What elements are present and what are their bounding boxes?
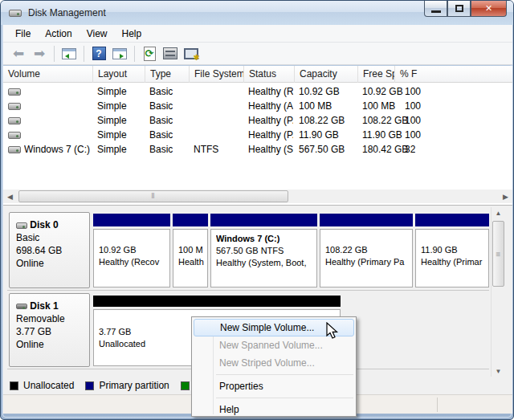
close-icon: ✕ <box>485 3 492 14</box>
hscroll-thumb[interactable] <box>18 190 288 202</box>
toolbar-separator <box>54 46 55 62</box>
volume-icon <box>8 146 21 153</box>
toolbar-separator <box>134 46 135 62</box>
refresh-icon[interactable]: ⟳ <box>141 45 158 63</box>
cell-status: Healthy (A... <box>248 100 293 112</box>
col-filesystem[interactable]: File System <box>190 66 244 83</box>
scroll-down-icon[interactable]: ▼ <box>492 365 505 377</box>
cell-capacity: 567.50 GB <box>299 144 345 155</box>
rescan-disks-icon[interactable] <box>161 45 179 63</box>
cell-status: Healthy (P... <box>248 115 293 126</box>
cell-layout: Simple <box>97 129 127 141</box>
cell-status: Healthy (P... <box>248 129 293 141</box>
partition-recovery[interactable]: 10.92 GB Healthy (Recov <box>93 214 170 287</box>
vertical-scrollbar[interactable]: ▲ ▼ <box>491 207 504 377</box>
unallocated-swatch <box>10 381 18 390</box>
disk-management-window: Disk Management ✕ File Action View Help … <box>0 0 514 420</box>
col-volume[interactable]: Volume <box>3 66 93 83</box>
disk1-type: Removable <box>16 312 89 325</box>
table-row[interactable]: Windows 7 (C:) Simple Basic NTFS Healthy… <box>3 142 512 157</box>
volume-icon <box>8 88 21 96</box>
minimize-button[interactable] <box>424 1 447 17</box>
scroll-up-icon[interactable]: ▲ <box>492 207 505 219</box>
disk0-label-panel[interactable]: Disk 0 Basic 698.64 GB Online <box>9 212 90 288</box>
disk1-status: Online <box>16 338 89 351</box>
toolbar: ⬅ ➡ ? ⟳ <box>3 43 512 65</box>
volume-icon <box>8 132 21 139</box>
cell-pct: 100 <box>405 100 421 112</box>
col-type[interactable]: Type <box>145 66 190 83</box>
back-icon[interactable]: ⬅ <box>10 45 27 63</box>
menu-item-new-striped-volume: New Striped Volume... <box>194 354 354 372</box>
menu-action[interactable]: Action <box>38 26 79 42</box>
col-capacity[interactable]: Capacity <box>295 66 358 83</box>
cell-pct: 100 <box>405 115 421 126</box>
cell-free: 180.42 GB <box>362 144 408 155</box>
scroll-left-icon[interactable]: ◀ <box>3 190 17 203</box>
device-settings-icon[interactable] <box>182 45 200 63</box>
cell-filesystem: NTFS <box>194 144 218 155</box>
volume-icon <box>8 117 21 124</box>
menu-separator <box>216 398 353 398</box>
menu-item-properties[interactable]: Properties <box>194 377 354 395</box>
menu-file[interactable]: File <box>8 26 38 42</box>
cell-layout: Simple <box>97 144 127 155</box>
scroll-right-icon[interactable]: ▶ <box>499 190 512 203</box>
disk0-status: Online <box>16 257 89 270</box>
statusbar-divider <box>437 398 438 412</box>
help-icon[interactable]: ? <box>90 45 108 63</box>
console-tree-icon[interactable] <box>60 45 78 63</box>
legend-primary-partition: Primary partition <box>85 380 169 391</box>
restore-icon <box>455 5 463 12</box>
partition-windows-c[interactable]: Windows 7 (C:) 567.50 GB NTFS Healthy (S… <box>210 214 317 287</box>
cell-free: 108.22 GB <box>362 115 408 126</box>
table-row[interactable]: Simple Basic Healthy (P... 11.90 GB 11.9… <box>3 128 512 142</box>
partition-system-reserved[interactable]: 100 M Health <box>173 214 208 287</box>
col-pctfree[interactable]: % F <box>395 66 512 83</box>
table-row[interactable]: Simple Basic Healthy (A... 100 MB 100 MB… <box>3 99 512 113</box>
cell-free: 11.90 GB <box>362 129 402 141</box>
disk1-label-panel[interactable]: Disk 1 Removable 3.77 GB Online <box>9 293 90 367</box>
cell-status: Healthy (R... <box>248 86 293 97</box>
close-button[interactable]: ✕ <box>471 1 507 17</box>
action-pane-icon[interactable] <box>111 45 128 63</box>
menu-view[interactable]: View <box>80 26 115 42</box>
cell-free: 10.92 GB <box>362 86 403 97</box>
disk1-size: 3.77 GB <box>16 325 89 338</box>
cell-pct: 32 <box>405 144 415 155</box>
col-freespace[interactable]: Free Spa... <box>358 66 395 83</box>
disk-icon <box>16 222 27 229</box>
vscroll-thumb[interactable] <box>492 221 504 287</box>
toolbar-separator <box>84 46 84 62</box>
horizontal-scrollbar[interactable]: ◀ ▶ <box>3 190 512 203</box>
volume-list: Volume Layout Type File System Status Ca… <box>3 66 512 205</box>
table-row[interactable]: Simple Basic Healthy (P... 108.22 GB 108… <box>3 113 512 128</box>
forward-icon[interactable]: ➡ <box>31 45 48 63</box>
cell-type: Basic <box>149 129 173 141</box>
legend-unallocated: Unallocated <box>10 380 74 391</box>
cell-type: Basic <box>149 115 173 126</box>
col-layout[interactable]: Layout <box>93 66 145 83</box>
cell-capacity: 100 MB <box>299 100 332 112</box>
removable-disk-icon <box>16 304 27 309</box>
table-row[interactable]: Simple Basic Healthy (R... 10.92 GB 10.9… <box>3 84 512 99</box>
menu-help[interactable]: Help <box>115 26 149 42</box>
cell-capacity: 11.90 GB <box>299 129 339 141</box>
cell-layout: Simple <box>97 115 127 126</box>
mouse-cursor <box>325 322 341 340</box>
col-status[interactable]: Status <box>244 66 295 83</box>
partition-primary-2[interactable]: 11.90 GB Healthy (Primar <box>415 214 489 287</box>
disk0-size: 698.64 GB <box>16 244 89 257</box>
restore-button[interactable] <box>447 1 471 17</box>
cell-type: Basic <box>149 144 173 155</box>
primary-partition-swatch <box>85 381 94 390</box>
volume-list-header: Volume Layout Type File System Status Ca… <box>3 66 512 83</box>
cell-layout: Simple <box>97 100 127 112</box>
menu-item-help[interactable]: Help <box>194 401 354 418</box>
minimize-icon <box>431 10 441 13</box>
partition-primary-1[interactable]: 108.22 GB Healthy (Primary Pa <box>320 214 413 287</box>
cell-type: Basic <box>149 86 173 97</box>
menu-separator <box>216 374 353 375</box>
cell-layout: Simple <box>97 86 127 97</box>
title-bar[interactable]: Disk Management ✕ <box>1 1 513 25</box>
